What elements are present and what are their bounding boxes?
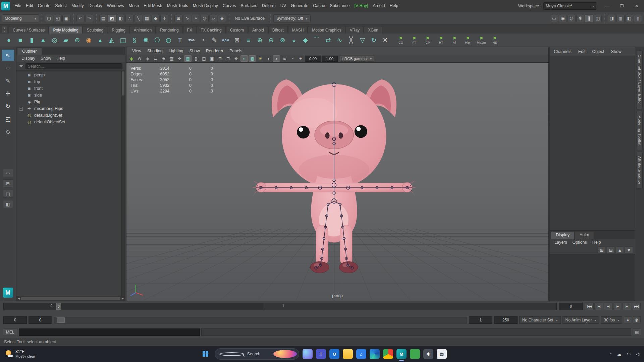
- menu-item[interactable]: UV: [278, 0, 288, 12]
- select-mask-lines-icon[interactable]: ╲: [134, 15, 142, 22]
- poly-prism-icon[interactable]: ◭: [106, 35, 117, 46]
- store-app-icon[interactable]: ⌂: [356, 349, 366, 359]
- snap-curve-icon[interactable]: ∿: [183, 15, 191, 22]
- viewport-canvas[interactable]: Verts: 3014 0 0 Edges: 6052 0 0 Faces: 3…: [126, 63, 548, 301]
- filter-icon[interactable]: [19, 65, 23, 67]
- notepad-app-icon[interactable]: ▤: [437, 349, 447, 359]
- poly-soccer-ball-icon[interactable]: ⎔: [152, 35, 163, 46]
- menu-item[interactable]: Create: [36, 0, 53, 12]
- sidebar-tab[interactable]: Attribute Editor: [637, 152, 643, 189]
- channel-box-menu-item[interactable]: Edit: [578, 49, 586, 54]
- layer-list[interactable]: [550, 254, 635, 301]
- outliner-search-input[interactable]: [25, 63, 122, 69]
- menu-item[interactable]: Cache: [311, 0, 327, 12]
- colorspace-select[interactable]: sRGB gamma: [340, 56, 374, 62]
- render-settings-icon[interactable]: ❋: [576, 15, 584, 22]
- render-current-frame-icon[interactable]: ◉: [559, 15, 567, 22]
- anim-layer-select[interactable]: No Anim Layer: [562, 316, 599, 324]
- rotate-tool[interactable]: ↻: [2, 101, 14, 112]
- menu-item[interactable]: Deform: [260, 0, 278, 12]
- xray-icon[interactable]: ◔: [289, 55, 296, 62]
- super-ellipse-icon[interactable]: ◍: [163, 35, 174, 46]
- poly-cylinder-icon[interactable]: ▮: [26, 35, 37, 46]
- poly-torus-icon[interactable]: ◎: [49, 35, 60, 46]
- bookmarks-icon[interactable]: ★: [160, 55, 167, 62]
- shadows-icon[interactable]: ◑: [265, 55, 272, 62]
- start-button[interactable]: [200, 348, 211, 360]
- isolate-select-icon[interactable]: ✦: [297, 55, 304, 62]
- image-plane-icon[interactable]: ▨: [168, 55, 175, 62]
- shelf-tab[interactable]: VRay: [346, 26, 364, 34]
- symmetry-select[interactable]: Symmetry: Off: [273, 14, 311, 22]
- shelf-tab[interactable]: FX Caching: [197, 26, 226, 34]
- shelf-mixamo-button[interactable]: ⚑ Mixam: [475, 34, 488, 46]
- play-forward-button[interactable]: ▶: [613, 303, 622, 310]
- go-to-start-button[interactable]: |◀◀: [585, 303, 594, 310]
- current-frame-field[interactable]: [559, 303, 583, 310]
- weather-widget[interactable]: 81°F Mostly clear: [5, 349, 35, 359]
- viewport-menu-item[interactable]: Renderer: [203, 49, 226, 53]
- move-layer-up-icon[interactable]: ▲: [616, 246, 624, 254]
- shelf-tab[interactable]: Animation: [130, 26, 156, 34]
- move-tool[interactable]: ✛: [2, 88, 14, 99]
- channel-box-menu-item[interactable]: Channels: [554, 49, 572, 54]
- shelf-tab[interactable]: Rendering: [156, 26, 182, 34]
- safe-action-icon[interactable]: ⊡: [224, 55, 232, 62]
- select-mask-hulls-icon[interactable]: ◆: [152, 15, 160, 22]
- menu-item[interactable]: Surfaces: [238, 0, 259, 12]
- poly-cube-icon[interactable]: ■: [15, 35, 26, 46]
- channel-box-menu-item[interactable]: Show: [611, 49, 622, 54]
- toggle-attribute-editor-icon[interactable]: ◨: [608, 15, 616, 22]
- animation-end-field[interactable]: [494, 316, 518, 324]
- combine-icon[interactable]: ⊕: [254, 35, 265, 46]
- empty-layer-icon[interactable]: ⊞: [598, 246, 606, 254]
- step-back-key-button[interactable]: |◀: [594, 303, 603, 310]
- camera-attributes-icon[interactable]: ▭: [152, 55, 159, 62]
- select-hierarchy-icon[interactable]: ▤: [99, 15, 107, 22]
- bevel-icon[interactable]: ◆: [300, 35, 311, 46]
- shelf-tab[interactable]: Arnold: [248, 26, 268, 34]
- toggle-tool-settings-icon[interactable]: ▥: [616, 15, 625, 22]
- shelf-tab[interactable]: Bifrost: [268, 26, 288, 34]
- menu-item[interactable]: Mesh Tools: [165, 0, 191, 12]
- viewport-menu-item[interactable]: Lighting: [166, 49, 186, 53]
- renderer-status-icon[interactable]: ◉: [128, 55, 135, 62]
- snap-point-icon[interactable]: ⌖: [192, 15, 200, 22]
- toggle-outliner-icon[interactable]: ▯: [634, 15, 642, 22]
- undo-icon[interactable]: ↶: [76, 15, 85, 22]
- poly-plane-icon[interactable]: ▰: [60, 35, 71, 46]
- mel-toggle-button[interactable]: MEL: [3, 328, 17, 336]
- menu-item[interactable]: Substance: [327, 0, 352, 12]
- select-object-icon[interactable]: ◩: [108, 15, 116, 22]
- workspace-select[interactable]: Maya Classic*: [543, 2, 596, 10]
- expand-toggle-icon[interactable]: +: [19, 107, 23, 111]
- explorer-app-icon[interactable]: [343, 349, 353, 359]
- lasso-tool[interactable]: ◌: [2, 62, 14, 74]
- select-mask-rendering-icon[interactable]: ✛: [160, 15, 168, 22]
- menu-item[interactable]: Modify: [69, 0, 86, 12]
- layout-outliner-persp[interactable]: ◧: [3, 200, 13, 208]
- animation-start-field[interactable]: [3, 316, 27, 324]
- poly-pipe-icon[interactable]: ◫: [117, 35, 128, 46]
- coordinates-icon[interactable]: 0,0,0: [220, 35, 231, 46]
- layer-editor-menu-item[interactable]: Help: [590, 240, 603, 245]
- shelf-tab[interactable]: FX: [183, 26, 196, 34]
- go-to-end-button[interactable]: ▶▶|: [632, 303, 641, 310]
- outliner-item[interactable]: + ◎ defaultLightSet: [16, 112, 125, 119]
- layer-editor-tab[interactable]: Display: [551, 232, 574, 239]
- save-scene-icon[interactable]: ▣: [62, 15, 70, 22]
- chrome-app-icon[interactable]: [383, 349, 393, 359]
- outliner-item[interactable]: + ◙ persp: [16, 72, 125, 78]
- fps-select[interactable]: 30 fps: [601, 316, 622, 324]
- outliner-item[interactable]: + ✛ mixamorig:Hips: [16, 105, 125, 112]
- textured-mode-icon[interactable]: ▩: [249, 55, 256, 62]
- pan-zoom-icon[interactable]: ✛: [176, 55, 183, 62]
- step-back-frame-button[interactable]: ◀: [604, 303, 612, 310]
- character-set-select[interactable]: No Character Set: [519, 316, 561, 324]
- outliner-panel-tab[interactable]: Outliner: [17, 48, 42, 55]
- layer-from-selected-icon[interactable]: ⊟: [607, 246, 615, 254]
- render-view-icon[interactable]: ▭: [550, 15, 558, 22]
- poly-sphere-icon[interactable]: ●: [3, 35, 14, 46]
- layer-editor-menu-item[interactable]: Options: [571, 240, 589, 245]
- select-tool[interactable]: ↖: [2, 50, 14, 61]
